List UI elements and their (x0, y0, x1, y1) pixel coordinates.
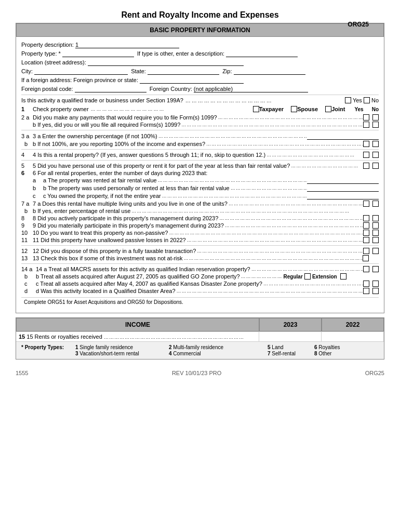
foreign-address-label: If a foreign address: Foreign province o… (21, 77, 138, 83)
q8-text: 8 Did you actively participate in this p… (33, 215, 218, 221)
income-label: INCOME (16, 318, 259, 331)
q5-row: 5 5 Did you have personal use of this pr… (21, 163, 379, 169)
foreign-country-field[interactable] (194, 85, 308, 92)
q12-text: 12 Did you dispose of this property in a… (33, 248, 196, 254)
q9-text: 9 Did you materially participate in this… (33, 222, 224, 229)
q6c-text: c You owned the property, if not the ent… (43, 193, 161, 199)
q5-no[interactable] (372, 163, 379, 169)
q14a-yes[interactable] (363, 266, 369, 272)
q2b-text: b If yes, did you or will you file all r… (33, 122, 180, 128)
q5-text: 5 Did you have personal use of this prop… (33, 163, 290, 169)
q15-num: 15 (19, 334, 25, 340)
q14c-no[interactable] (372, 281, 379, 287)
q14a-no[interactable] (372, 266, 379, 272)
footer-note: Complete ORG51 for Asset Acquisitions an… (21, 297, 379, 307)
property-description-row: Property description: (21, 41, 379, 48)
q7a-row: 7 a 7 a Does this rental have multiple l… (21, 201, 379, 207)
q6a-text: a The property was rented at fair rental… (43, 177, 157, 183)
pt-7: 7 Self-rental (268, 351, 309, 356)
q6b-field[interactable] (307, 184, 379, 192)
q6-text: 6 For all rental properties, enter the n… (33, 170, 207, 176)
q3b-yes[interactable] (363, 141, 369, 147)
foreign-country-label: Foreign Country: (150, 86, 192, 92)
q14d-yes[interactable] (363, 288, 369, 294)
q2a-no[interactable] (372, 114, 379, 121)
q6b-row: b b The property was used personally or … (21, 184, 379, 192)
q15-2023-field[interactable] (259, 332, 322, 341)
q2b-yes[interactable] (363, 122, 369, 128)
location-field[interactable] (88, 59, 244, 66)
q4-yes[interactable] (363, 152, 369, 158)
q12-num: 12 (21, 248, 33, 254)
q2a-yes[interactable] (363, 114, 369, 121)
q6a-field[interactable] (307, 177, 379, 184)
section-header: BASIC PROPERTY INFORMATION (16, 23, 384, 37)
q14d-num: d (21, 288, 36, 294)
zip-field[interactable] (234, 68, 305, 75)
q199a-no-box[interactable] (364, 97, 370, 103)
q15-2022-field[interactable] (322, 332, 384, 341)
q6a-row: a a The property was rented at fair rent… (21, 177, 379, 184)
q6-row: 6 6 For all rental properties, enter the… (21, 170, 379, 176)
foreign-province-field[interactable] (140, 76, 244, 84)
page-title: Rent and Royalty Income and Expenses (16, 10, 384, 20)
joint-checkbox[interactable] (325, 106, 331, 112)
q7b-text: b If yes, enter percentage of rental use (33, 208, 130, 214)
q10-num: 10 (21, 230, 33, 236)
property-type-other-field[interactable] (226, 50, 298, 57)
q9-yes[interactable] (363, 222, 369, 229)
q12-yes[interactable] (363, 248, 369, 254)
q10-no[interactable] (372, 230, 379, 236)
property-description-label: Property description: (21, 42, 74, 48)
q4-row: 4 4 Is this a rental property? (If yes, … (21, 152, 379, 158)
q11-yes[interactable] (363, 237, 369, 243)
q13-num: 13 (21, 255, 33, 261)
q14c-yes[interactable] (363, 281, 369, 287)
q1-text: Check property owner (33, 106, 89, 112)
q10-text: 10 Do you want to treat this property as… (33, 230, 168, 236)
q14d-no[interactable] (372, 288, 379, 294)
q9-no[interactable] (372, 222, 379, 229)
q13-row: 13 13 Check this box if some of this inv… (21, 255, 379, 261)
q14d-text: d Was this activity located in a Qualifi… (36, 288, 176, 294)
q11-text: 11 Did this property have unallowed pass… (33, 237, 186, 243)
q6c-field[interactable] (307, 192, 379, 200)
q10-yes[interactable] (363, 230, 369, 236)
q3a-text: 3 a Enter the ownership percentage (if n… (33, 133, 157, 139)
city-field[interactable] (34, 68, 128, 75)
q5-yes[interactable] (363, 163, 369, 169)
q14b-no-box[interactable] (340, 273, 346, 280)
q3b-text: b If not 100%, are you reporting 100% of… (33, 141, 205, 147)
state-field[interactable] (148, 68, 219, 75)
q13-box[interactable] (363, 255, 369, 261)
q14b-regular-box[interactable] (304, 273, 311, 280)
foreign-postal-field[interactable] (75, 85, 146, 92)
q1-row: 1 Check property owner ………………………………… Tax… (21, 106, 379, 112)
property-type-field[interactable] (62, 50, 134, 57)
q3a-field[interactable] (307, 132, 379, 140)
q6c-row: c c You owned the property, if not the e… (21, 192, 379, 200)
q7a-no[interactable] (372, 201, 379, 207)
spouse-checkbox[interactable] (291, 106, 297, 112)
q12-no[interactable] (372, 248, 379, 254)
foreign-postal-row: Foreign postal code: Foreign Country: (21, 85, 379, 92)
property-type-row: Property type: * If type is other, enter… (21, 50, 379, 57)
q8-no[interactable] (372, 215, 379, 221)
rev-info: REV 10/01/23 PRO (172, 370, 221, 376)
q7a-yes[interactable] (363, 201, 369, 207)
property-type-other-label: If type is other, enter a description: (137, 50, 224, 57)
q11-no[interactable] (372, 237, 379, 243)
taxpayer-checkbox[interactable] (253, 106, 259, 112)
q14a-text: 14 a Treat all MACRS assets for this act… (36, 266, 250, 272)
property-description-field[interactable] (75, 41, 179, 48)
q4-no[interactable] (372, 152, 379, 158)
q8-yes[interactable] (363, 215, 369, 221)
income-section: INCOME 2023 2022 15 15 Rents or royaltie… (16, 317, 384, 360)
q2b-no[interactable] (372, 122, 379, 128)
q3b-no[interactable] (372, 141, 379, 147)
property-types-section: * Property Types: 1 Single family reside… (16, 341, 384, 359)
q14c-num: c (21, 281, 36, 287)
property-types-label: * Property Types: (21, 344, 73, 356)
q199a-yes-box[interactable] (345, 97, 351, 103)
q9-num: 9 (21, 222, 33, 229)
